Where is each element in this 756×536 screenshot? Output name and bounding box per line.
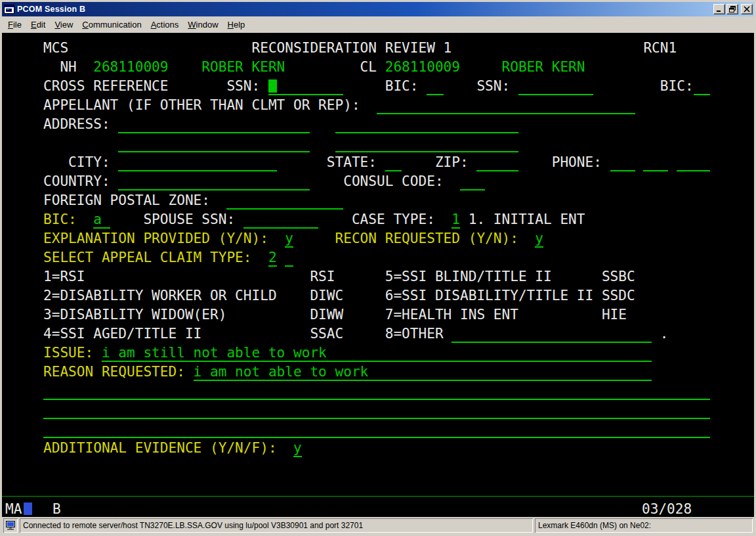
reason-cont-field-1[interactable] [43, 382, 710, 400]
select-appeal-claim-type-label: SELECT APPEAL CLAIM TYPE: [43, 249, 252, 265]
appellant-label: APPELLANT (IF OTHER THAN CLMT OR REP): [43, 97, 360, 113]
menu-item-help[interactable]: Help [223, 18, 250, 32]
minimize-icon [715, 6, 723, 12]
menu-item-mnemonic: A [151, 20, 157, 30]
option-5-code: SSBC [602, 268, 635, 284]
spouse-ssn-label: SPOUSE SSN: [143, 211, 235, 227]
appeal-claim-type-field2[interactable] [285, 249, 293, 267]
country-field[interactable] [118, 173, 310, 190]
option-7-label: 7=HEALTH INS ENT [385, 306, 518, 323]
terminal-row-9: BIC:aSPOUSE SSN:CASE TYPE:11. INITIAL EN… [2, 211, 754, 230]
phone-line-field[interactable] [677, 154, 710, 171]
minimize-button[interactable] [713, 4, 725, 14]
reason-cont-field-2[interactable] [43, 401, 710, 419]
option-7-code: HIE [602, 306, 627, 323]
terminal-row-1: NH268110009ROBER KERNCL268110009ROBER KE… [2, 58, 754, 78]
option-8-label: 8=OTHER [385, 325, 444, 342]
appeal-claim-type-field[interactable]: 2 [268, 249, 277, 267]
nh-name: ROBER KERN [201, 58, 285, 75]
reason-requested-label: REASON REQUESTED: [43, 363, 185, 380]
terminal-row-21: ADDITIONAL EVIDENCE (Y/N/F):y [2, 439, 754, 458]
zip-label: ZIP: [435, 154, 469, 170]
foreign-postal-zone-field[interactable] [226, 192, 343, 210]
menu-item-actions[interactable]: Actions [146, 18, 184, 32]
reason-cont-field-3[interactable] [43, 420, 710, 438]
xref-ssn2-label: SSN: [476, 78, 510, 94]
case-type-desc: 1. INITIAL ENT [469, 211, 585, 227]
menu-item-view[interactable]: View [50, 18, 77, 32]
address-line2-field[interactable] [335, 116, 518, 133]
case-type-label: CASE TYPE: [352, 211, 435, 227]
option-2-label: 2=DISABILITY WORKER OR CHILD [43, 287, 277, 303]
oia-status: MA [5, 501, 22, 517]
menu-item-mnemonic: H [228, 20, 234, 30]
menu-item-edit[interactable]: Edit [26, 18, 50, 32]
cursor [268, 79, 277, 93]
status-bar: Connected to remote server/host TN3270E.… [2, 517, 754, 534]
window-controls [713, 4, 753, 14]
option-2-code: DIWC [310, 287, 343, 303]
state-field[interactable] [385, 154, 402, 171]
state-label: STATE: [327, 154, 377, 170]
option-4-code: SSAC [310, 325, 343, 342]
address-line3-field[interactable] [118, 135, 310, 152]
address-label: ADDRESS: [43, 116, 110, 132]
reason-requested-field[interactable]: i am not able to work [194, 363, 652, 381]
issue-field[interactable]: i am still not able to work [102, 344, 652, 362]
city-field[interactable] [118, 154, 276, 171]
xref-ssn-label: SSN: [226, 78, 260, 94]
menu-item-mnemonic: V [54, 20, 60, 30]
additional-evidence-label: ADDITIONAL EVIDENCE (Y/N/F): [43, 439, 277, 456]
address-line1-field[interactable] [118, 116, 310, 133]
case-type-field[interactable]: 1 [452, 211, 460, 229]
close-icon [743, 6, 751, 12]
restore-button[interactable] [726, 4, 738, 14]
additional-evidence-field[interactable]: y [293, 439, 302, 457]
terminal-row-6: CITY:STATE:ZIP:PHONE: [2, 154, 754, 173]
menu-item-window[interactable]: Window [183, 18, 222, 32]
menu-item-mnemonic: C [82, 20, 88, 30]
foreign-postal-zone-label: FOREIGN POSTAL ZONE: [43, 192, 210, 208]
title-bar[interactable]: PCOM Session B [2, 2, 754, 16]
phone-area-field[interactable] [610, 154, 635, 171]
appellant-field[interactable] [377, 97, 635, 114]
xref-bic2-field[interactable] [694, 78, 710, 95]
close-button[interactable] [741, 4, 753, 14]
xref-bic-field[interactable] [427, 78, 443, 95]
terminal-screen[interactable]: MA B 03/028 MCSRECONSIDERATION REVIEW 1R… [2, 33, 754, 517]
xref-ssn-field[interactable] [268, 78, 343, 95]
menu-item-communication[interactable]: Communication [77, 18, 146, 32]
terminal-row-20 [2, 420, 754, 439]
nh-label: NH [60, 58, 76, 75]
oia-cursor-position: 03/028 [642, 501, 692, 517]
recon-requested-field[interactable]: y [535, 230, 543, 248]
issue-label: ISSUE: [43, 344, 93, 361]
cl-label: CL [360, 58, 377, 75]
option-1-label: 1=RSI [43, 268, 85, 284]
app-icon [4, 4, 14, 14]
country-label: COUNTRY: [43, 173, 110, 189]
explanation-provided-label: EXPLANATION PROVIDED (Y/N): [43, 230, 268, 246]
terminal-row-0: MCSRECONSIDERATION REVIEW 1RCN1 [2, 39, 754, 58]
terminal-row-11: SELECT APPEAL CLAIM TYPE:2 [2, 249, 754, 268]
option-6-code: SSDC [602, 287, 635, 303]
option-3-code: DIWW [310, 306, 343, 323]
other-field[interactable] [452, 325, 652, 343]
bic-field[interactable]: a [93, 211, 110, 229]
phone-prefix-field[interactable] [643, 154, 668, 171]
spouse-ssn-field[interactable] [243, 211, 318, 229]
oia-indicator-block [24, 502, 32, 515]
address-line4-field[interactable] [335, 135, 518, 152]
connection-status: Connected to remote server/host TN3270E.… [20, 518, 533, 533]
cl-ssn: 268110009 [385, 58, 460, 75]
window-title: PCOM Session B [17, 5, 713, 14]
consul-code-field[interactable] [460, 173, 485, 190]
terminal-row-18 [2, 382, 754, 401]
menu-item-file[interactable]: File [3, 18, 26, 32]
xref-ssn2-field[interactable] [518, 78, 593, 95]
menu-bar: FileEditViewCommunicationActionsWindowHe… [2, 16, 754, 33]
zip-field[interactable] [476, 154, 518, 171]
terminal-row-7: COUNTRY:CONSUL CODE: [2, 173, 754, 192]
explanation-provided-field[interactable]: y [285, 230, 293, 248]
terminal-row-2: CROSS REFERENCESSN:BIC:SSN:BIC: [2, 78, 754, 97]
